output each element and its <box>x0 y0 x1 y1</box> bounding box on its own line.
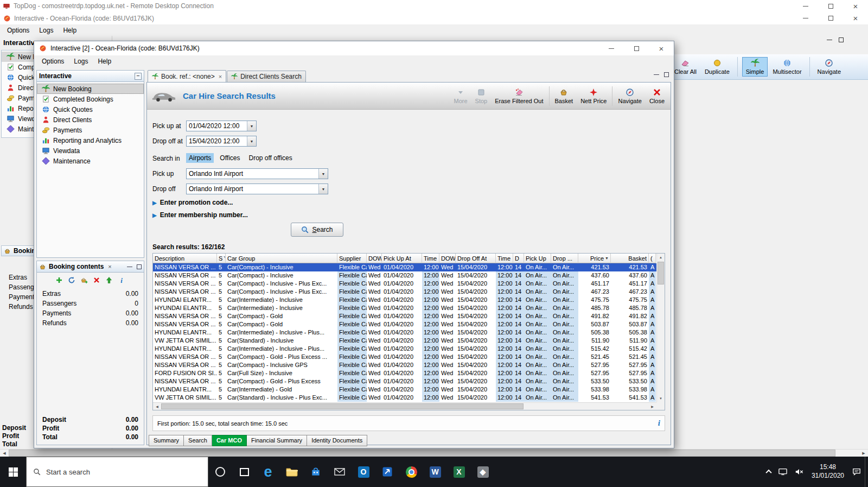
bottom-tab-summary[interactable]: Summary <box>149 435 184 446</box>
restore-icon[interactable] <box>137 264 142 269</box>
close-button[interactable]: × <box>649 41 674 55</box>
toolbar-navigate[interactable]: Navigate <box>614 83 645 109</box>
bg-toolbar-navigate[interactable]: Navigate <box>814 58 844 76</box>
menu-help[interactable]: Help <box>58 26 81 35</box>
bottom-tab-search[interactable]: Search <box>184 435 212 446</box>
table-row[interactable]: HYUNDAI ELANTR...5Car(Intermediate) - In… <box>153 345 656 353</box>
nav-item-new-booking[interactable]: New Booking <box>37 84 144 94</box>
membership-number-expander[interactable]: ▶ Enter membership number... <box>152 211 248 219</box>
minimize-button[interactable] <box>793 0 818 12</box>
table-row[interactable]: NISSAN VERSA OR ...5Car(Compact) - Gold … <box>153 353 656 361</box>
scrollbar-thumb[interactable] <box>9 450 835 457</box>
table-row[interactable]: NISSAN VERSA OR ...5Car(Compact) - GoldF… <box>153 320 656 328</box>
column-header-pick-up-at[interactable]: Pick Up At <box>382 254 422 263</box>
vertical-scrollbar[interactable]: ▲ ▼ <box>656 254 665 402</box>
hidden-icons-button[interactable] <box>763 457 775 487</box>
table-row[interactable]: HYUNDAI ELANTR...5Car(Intermediate) - In… <box>153 296 656 304</box>
nav-item-payments[interactable]: Payments <box>37 125 144 135</box>
cortana-button[interactable] <box>208 457 232 487</box>
menu-options[interactable]: Options <box>37 56 69 66</box>
pickup-combo[interactable]: Orlando Intl Airport ▼ <box>186 168 328 179</box>
column-header-drop-off-at[interactable]: Drop Off At <box>456 254 496 263</box>
nav-item-direct-clients[interactable]: Direct Clients <box>37 115 144 125</box>
column-header-dow[interactable]: DOW <box>367 254 382 263</box>
chevron-down-icon[interactable]: ▼ <box>247 136 256 146</box>
bottom-tab-identity-documents[interactable]: Identity Documents <box>307 435 367 446</box>
scrollbar-thumb[interactable] <box>658 262 664 284</box>
toolbar-nett-price[interactable]: Nett Price <box>577 83 610 109</box>
nav-item-viewdata[interactable]: Viewdata <box>37 146 144 156</box>
toolbar-close[interactable]: Close <box>646 83 668 109</box>
scroll-left-icon[interactable]: ◀ <box>0 450 9 457</box>
toolbar-basket[interactable]: Basket <box>551 83 577 109</box>
word-taskbar-button[interactable]: W <box>423 457 447 487</box>
menu-help[interactable]: Help <box>93 56 116 66</box>
info-button[interactable]: i <box>118 276 125 284</box>
close-button[interactable]: × <box>843 12 868 24</box>
bottom-tab-financial-summary[interactable]: Financial Summary <box>247 435 307 446</box>
chevron-down-icon[interactable]: ▼ <box>318 169 328 179</box>
show-desktop-button[interactable] <box>865 457 868 487</box>
store-taskbar-button[interactable] <box>304 457 328 487</box>
maximize-button[interactable] <box>818 12 843 24</box>
bg-toolbar-clear-all[interactable]: Clear All <box>671 58 700 76</box>
restore-icon[interactable] <box>664 72 669 77</box>
chevron-down-icon[interactable]: ▼ <box>247 121 256 131</box>
info-icon[interactable]: i <box>658 419 660 428</box>
menu-logs[interactable]: Logs <box>34 26 58 35</box>
table-row[interactable]: VW JETTA OR SIMIL...5Car(Standard) - Inc… <box>153 394 656 402</box>
bg-toolbar-multisector[interactable]: Multisector <box>769 58 805 76</box>
grayapp-taskbar-button[interactable]: ◆ <box>471 457 495 487</box>
dropoff-combo[interactable]: Orlando Intl Airport ▼ <box>186 184 328 194</box>
minimize-icon[interactable] <box>654 74 659 75</box>
table-row[interactable]: NISSAN VERSA OR ...5Car(Compact) - GoldF… <box>153 312 656 320</box>
table-row[interactable]: NISSAN VERSA OR ...5Car(Compact) - Inclu… <box>153 263 656 271</box>
mail-taskbar-button[interactable] <box>328 457 352 487</box>
table-row[interactable]: NISSAN VERSA OR ...5Car(Compact) - Inclu… <box>153 361 656 369</box>
column-header-dow[interactable]: DOW <box>439 254 456 263</box>
tab-direct-clients-search[interactable]: Direct Clients Search <box>227 71 306 82</box>
pickup-at-combo[interactable]: 01/04/2020 12:00 ▼ <box>186 121 257 131</box>
table-row[interactable]: NISSAN VERSA OR ...5Car(Compact) - Inclu… <box>153 280 656 288</box>
column-header-time[interactable]: Time <box>422 254 439 263</box>
column-header-pick-up[interactable]: Pick Up <box>524 254 551 263</box>
column-header-d[interactable]: D <box>513 254 524 263</box>
maximize-button[interactable] <box>624 41 649 55</box>
minimize-icon[interactable] <box>127 267 132 267</box>
menu-options[interactable]: Options <box>2 26 34 35</box>
bg-toolbar-simple[interactable]: Simple <box>742 57 768 77</box>
nav-item-completed-bookings[interactable]: Completed Bookings <box>37 94 144 104</box>
dropoff-at-combo[interactable]: 15/04/2020 12:00 ▼ <box>186 136 257 147</box>
scroll-right-icon[interactable]: ▶ <box>859 450 868 457</box>
add-to-basket-button[interactable] <box>80 276 88 284</box>
minimize-icon[interactable] <box>827 40 832 40</box>
nav-item-maintenance[interactable]: Maintenance <box>37 156 144 166</box>
table-row[interactable]: HYUNDAI ELANTR...5Car(Intermediate) - Go… <box>153 385 656 394</box>
scroll-left-icon[interactable]: ◀ <box>153 403 161 410</box>
search-button[interactable]: Search <box>291 223 343 237</box>
search-in-drop-off-offices[interactable]: Drop off offices <box>246 153 295 163</box>
column-header-basket[interactable]: Basket <box>611 254 649 263</box>
add-button[interactable] <box>55 276 63 284</box>
table-row[interactable]: HYUNDAI ELANTR...5Car(Intermediate) - In… <box>153 328 656 337</box>
maximize-button[interactable] <box>818 0 843 12</box>
search-input[interactable] <box>46 468 208 476</box>
column-header-drop[interactable]: Drop ... <box>551 254 578 263</box>
scroll-right-icon[interactable]: ▶ <box>648 403 656 410</box>
column-header-time[interactable]: Time <box>496 254 513 263</box>
table-row[interactable]: FORD FUSION OR SI...5Car(Full Size) - In… <box>153 369 656 377</box>
minimize-button[interactable] <box>793 12 818 24</box>
taskbar-clock[interactable]: 15:48 31/01/2020 <box>807 463 848 480</box>
delete-button[interactable] <box>93 276 100 284</box>
network-tray-button[interactable] <box>775 457 791 487</box>
explorer-taskbar-button[interactable] <box>280 457 304 487</box>
tab-close-icon[interactable]: × <box>219 73 222 80</box>
chevron-down-icon[interactable]: ▼ <box>318 184 328 194</box>
collapse-button[interactable]: – <box>135 73 142 80</box>
refresh-button[interactable] <box>68 276 75 284</box>
promotion-code-expander[interactable]: ▶ Enter promotion code... <box>152 199 233 206</box>
bg-toolbar-duplicate[interactable]: Duplicate <box>701 58 733 76</box>
search-in-airports[interactable]: Airports <box>186 153 214 163</box>
outlook-taskbar-button[interactable]: O <box>352 457 375 487</box>
toolbar-erase-filtered-out[interactable]: Erase Filtered Out <box>491 83 547 109</box>
